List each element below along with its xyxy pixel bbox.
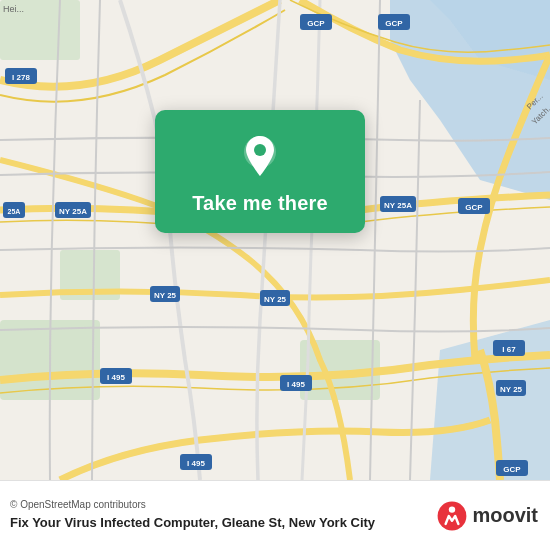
moovit-text: moovit [472,504,538,527]
map-container: I 278 NY 25A NY 25A NY 25 NY 25 I 495 I … [0,0,550,480]
place-name-text: Fix Your Virus Infected Computer, Gleane… [10,514,375,532]
svg-point-43 [254,144,266,156]
svg-text:25A: 25A [8,208,21,215]
bottom-bar: © OpenStreetMap contributors Fix Your Vi… [0,480,550,550]
copyright-text: © OpenStreetMap contributors [10,499,146,510]
take-me-there-label: Take me there [192,192,328,215]
moovit-logo: moovit [436,500,538,532]
moovit-brand-icon [436,500,468,532]
map-background: I 278 NY 25A NY 25A NY 25 NY 25 I 495 I … [0,0,550,480]
svg-text:GCP: GCP [385,19,403,28]
svg-text:NY 25: NY 25 [264,295,287,304]
svg-text:NY 25: NY 25 [500,385,523,394]
svg-text:NY 25A: NY 25A [59,207,87,216]
svg-text:I 495: I 495 [287,380,305,389]
svg-text:GCP: GCP [307,19,325,28]
svg-text:Hei...: Hei... [3,4,24,14]
svg-text:I 278: I 278 [12,73,30,82]
svg-text:I 495: I 495 [107,373,125,382]
svg-text:NY 25: NY 25 [154,291,177,300]
location-pin-icon [236,132,284,180]
svg-text:I 67: I 67 [502,345,516,354]
svg-text:GCP: GCP [465,203,483,212]
svg-point-45 [449,506,455,512]
navigation-card[interactable]: Take me there [155,110,365,233]
svg-text:GCP: GCP [503,465,521,474]
attribution-area: © OpenStreetMap contributors Fix Your Vi… [10,498,375,532]
svg-text:NY 25A: NY 25A [384,201,412,210]
svg-point-44 [438,501,467,530]
svg-text:I 495: I 495 [187,459,205,468]
